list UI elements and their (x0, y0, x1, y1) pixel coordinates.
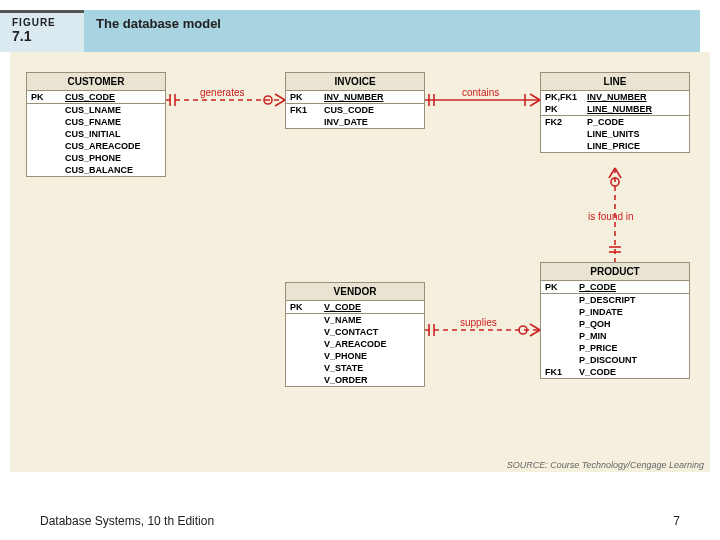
entity-invoice: INVOICE PKINV_NUMBER FK1CUS_CODE INV_DAT… (285, 72, 425, 129)
rel-generates-label: generates (200, 87, 244, 98)
entity-name: LINE (541, 73, 689, 91)
svg-line-9 (530, 94, 540, 100)
page-footer: Database Systems, 10 th Edition 7 (0, 514, 720, 528)
svg-point-3 (264, 96, 272, 104)
entity-name: INVOICE (286, 73, 424, 91)
page-number: 7 (673, 514, 680, 528)
footer-text: Database Systems, 10 th Edition (40, 514, 214, 528)
svg-line-23 (530, 330, 540, 336)
entity-name: VENDOR (286, 283, 424, 301)
figure-header: FIGURE 7.1 The database model (0, 10, 700, 52)
svg-line-16 (609, 168, 615, 178)
rel-contains-label: contains (462, 87, 499, 98)
rel-supplies-label: supplies (460, 317, 497, 328)
diagram-canvas: CUSTOMER PKCUS_CODE CUS_LNAME CUS_FNAME … (10, 52, 710, 472)
svg-line-22 (530, 324, 540, 330)
svg-line-10 (530, 100, 540, 106)
svg-point-21 (519, 326, 527, 334)
svg-line-17 (615, 168, 621, 178)
svg-line-4 (275, 94, 285, 100)
entity-name: CUSTOMER (27, 73, 165, 91)
svg-point-15 (611, 178, 619, 186)
figure-number: 7.1 (12, 28, 72, 44)
entity-line: LINE PK,FK1INV_NUMBER PKLINE_NUMBER FK2P… (540, 72, 690, 153)
figure-number-box: FIGURE 7.1 (0, 10, 84, 52)
figure-label: FIGURE (12, 17, 72, 28)
svg-line-5 (275, 100, 285, 106)
entity-customer: CUSTOMER PKCUS_CODE CUS_LNAME CUS_FNAME … (26, 72, 166, 177)
entity-name: PRODUCT (541, 263, 689, 281)
entity-product: PRODUCT PKP_CODE P_DESCRIPT P_INDATE P_Q… (540, 262, 690, 379)
figure-title: The database model (84, 10, 700, 52)
entity-vendor: VENDOR PKV_CODE V_NAME V_CONTACT V_AREAC… (285, 282, 425, 387)
rel-isfoundin-label: is found in (588, 211, 634, 222)
source-credit: SOURCE: Course Technology/Cengage Learni… (507, 460, 704, 470)
